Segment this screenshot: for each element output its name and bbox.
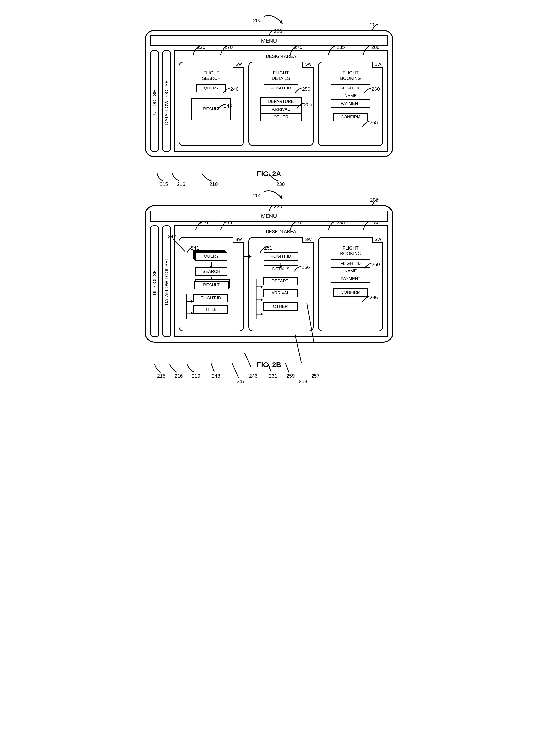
- departure-label: DEPARTURE: [268, 99, 294, 104]
- panel-flight-search[interactable]: SW FLIGHT SEARCH 240 QUERY 245 RESULT: [179, 62, 244, 146]
- name-row[interactable]: NAME: [331, 268, 370, 275]
- dataflow-toolset-label: DATAFLOW TOOL SET: [164, 257, 169, 305]
- query-label: QUERY: [204, 254, 219, 258]
- ref-226: 226: [200, 220, 208, 226]
- ref-231: 231: [269, 373, 277, 379]
- dataflow-toolset-tab[interactable]: DATAFLOW TOOL SET: [162, 226, 171, 337]
- panel-title: FLIGHT DETAILS: [252, 70, 310, 81]
- ref-216: 216: [177, 182, 185, 187]
- flight-id-label: FLIGHT ID: [271, 86, 291, 90]
- svg-marker-20: [260, 298, 263, 301]
- workspace: UI TOOL SET DATAFLOW TOOL SET DESIGN ARE…: [150, 50, 388, 152]
- ref-280: 280: [371, 44, 380, 50]
- sw-label: SW: [375, 238, 381, 242]
- ref-205: 205: [370, 22, 378, 27]
- name-label: NAME: [344, 93, 356, 98]
- title-label: TITLE: [205, 307, 217, 312]
- details-label: DETAILS: [272, 267, 290, 271]
- arrow-right-icon: [243, 254, 252, 259]
- dataflow-toolset-tab[interactable]: DATAFLOW TOOL SET: [162, 50, 171, 152]
- sw-label: SW: [236, 238, 242, 242]
- ref-259: 259: [287, 373, 295, 379]
- ref-257: 257: [311, 373, 319, 379]
- ref-250: 250: [302, 86, 310, 92]
- ref-210: 210: [209, 182, 218, 187]
- panel-flight-details[interactable]: SW FLIGHT DETAILS 250 FLIGHT ID 255 DEPA…: [248, 62, 313, 146]
- query-stack[interactable]: QUERY: [195, 252, 228, 262]
- ref-265: 265: [370, 120, 378, 125]
- ref-200: 200: [253, 193, 261, 198]
- flight-id-box[interactable]: FLIGHT ID: [263, 84, 298, 92]
- panel-flight-booking[interactable]: SW FLIGHT BOOKING 260 FLIGHT ID NAME PAY…: [318, 237, 383, 331]
- ui-toolset-label: UI TOOL SET: [152, 87, 157, 115]
- result-stack[interactable]: RESULT: [194, 281, 229, 291]
- other-label: OTHER: [274, 115, 289, 119]
- ref-247: 247: [237, 379, 245, 384]
- departure-row[interactable]: DEPARTURE: [260, 98, 301, 106]
- ref-220: 220: [274, 28, 282, 34]
- ref-255: 255: [304, 102, 312, 107]
- menu-label: MENU: [261, 213, 277, 219]
- flight-id-row[interactable]: FLIGHT ID: [331, 260, 370, 268]
- sw-label: SW: [236, 62, 242, 66]
- menu-bar[interactable]: MENU: [150, 35, 388, 46]
- title-box[interactable]: TITLE: [193, 305, 228, 314]
- panels-row: SW 241 QUERY SEARCH: [179, 237, 383, 331]
- design-area: DESIGN AREA 226 271 276 235 280 242: [174, 226, 388, 337]
- panel-search-flow[interactable]: SW 241 QUERY SEARCH: [179, 237, 244, 331]
- sw-button[interactable]: SW: [372, 237, 383, 243]
- device-frame: 220 MENU UI TOOL SET DATAFLOW TOOL SET D…: [145, 205, 393, 343]
- booking-group: FLIGHT ID NAME PAYMENT: [331, 259, 370, 283]
- flight-id-box[interactable]: FLIGHT ID: [193, 294, 228, 302]
- other-label: OTHER: [273, 304, 288, 309]
- query-box[interactable]: QUERY: [196, 84, 226, 92]
- details-box[interactable]: DETAILS: [263, 265, 298, 273]
- menu-bar[interactable]: MENU: [150, 211, 388, 222]
- flight-id-label: FLIGHT ID: [271, 254, 291, 258]
- svg-marker-0: [280, 20, 283, 24]
- figure-caption: FIG. 2A: [145, 170, 393, 178]
- sw-label: SW: [375, 62, 381, 66]
- panel-flight-booking[interactable]: SW FLIGHT BOOKING 260 FLIGHT ID NAME PAY…: [318, 62, 383, 146]
- arrival-row[interactable]: ARRIVAL: [260, 106, 301, 114]
- flight-id-box[interactable]: FLIGHT ID: [263, 252, 298, 260]
- payment-row[interactable]: PAYMENT: [331, 100, 370, 107]
- sw-button[interactable]: SW: [233, 237, 244, 243]
- ref-271: 271: [225, 220, 233, 226]
- arrival-box[interactable]: ARRIVAL: [263, 289, 298, 297]
- sw-button[interactable]: SW: [233, 62, 244, 68]
- ref-235: 235: [337, 44, 345, 50]
- confirm-box[interactable]: CONFIRM: [333, 113, 368, 121]
- confirm-box[interactable]: CONFIRM: [333, 288, 368, 297]
- result-label: RESULT: [203, 107, 220, 112]
- sw-button[interactable]: SW: [302, 62, 313, 68]
- flight-id-row[interactable]: FLIGHT ID: [331, 85, 370, 92]
- result-label: RESULT: [203, 283, 220, 287]
- figure-caption: FIG. 2B: [145, 361, 393, 369]
- other-box[interactable]: OTHER: [263, 302, 298, 311]
- payment-row[interactable]: PAYMENT: [331, 275, 370, 282]
- search-label: SEARCH: [203, 269, 220, 274]
- result-box[interactable]: RESULT: [191, 98, 231, 120]
- ref-270: 270: [225, 44, 233, 50]
- ref-248: 248: [212, 373, 220, 379]
- arrival-label: ARRIVAL: [272, 291, 290, 295]
- branch-lines: [185, 294, 194, 321]
- panel-details-flow[interactable]: SW 251 FLIGHT ID 256 DETAI: [248, 237, 313, 331]
- figure-2b: 200 205 220 MENU UI TOOL SET DATAFLOW TO…: [145, 205, 393, 369]
- ref-205: 205: [370, 197, 378, 203]
- sw-button[interactable]: SW: [302, 237, 313, 243]
- ui-toolset-tab[interactable]: UI TOOL SET: [150, 50, 159, 152]
- ref-215: 215: [157, 373, 165, 379]
- flight-id-label: FLIGHT ID: [340, 86, 361, 90]
- sw-button[interactable]: SW: [372, 62, 383, 68]
- depart-box[interactable]: DEPART.: [263, 277, 298, 285]
- ui-toolset-tab[interactable]: UI TOOL SET: [150, 226, 159, 337]
- ref-215: 215: [160, 182, 168, 187]
- name-row[interactable]: NAME: [331, 92, 370, 100]
- other-row[interactable]: OTHER: [260, 114, 301, 121]
- details-group: DEPARTURE ARRIVAL OTHER: [260, 97, 302, 121]
- search-box[interactable]: SEARCH: [195, 267, 228, 276]
- svg-marker-22: [260, 313, 263, 316]
- workspace: UI TOOL SET DATAFLOW TOOL SET DESIGN ARE…: [150, 226, 388, 337]
